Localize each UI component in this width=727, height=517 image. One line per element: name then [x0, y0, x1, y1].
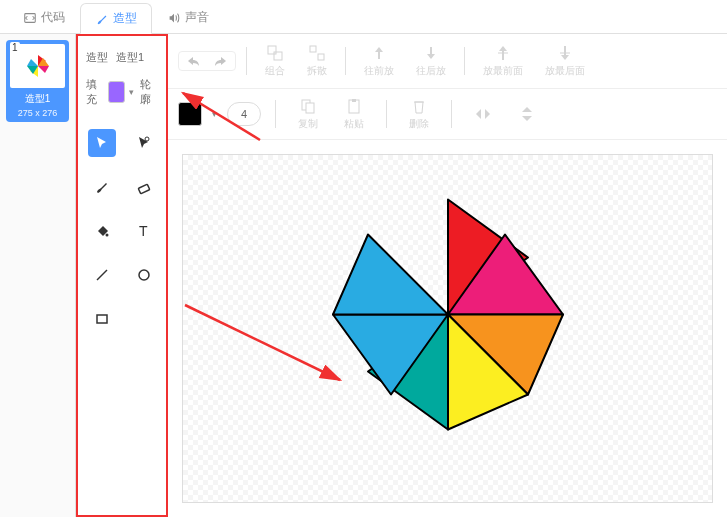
rect-tool[interactable]	[88, 305, 116, 333]
thumb-dims: 275 x 276	[8, 108, 67, 120]
svg-line-11	[97, 270, 107, 280]
eraser-tool[interactable]	[130, 173, 158, 201]
forward-button[interactable]: 往前放	[356, 42, 402, 80]
svg-rect-27	[352, 99, 356, 102]
tab-label: 声音	[185, 9, 209, 26]
ungroup-button[interactable]: 拆散	[299, 42, 335, 80]
undo-redo-group	[178, 51, 236, 71]
line-tool[interactable]	[88, 261, 116, 289]
svg-rect-8	[138, 184, 150, 194]
svg-marker-5	[27, 59, 38, 66]
delete-button[interactable]: 删除	[401, 95, 437, 133]
svg-rect-16	[310, 46, 316, 52]
toolbar-second: ▾ 4 复制 粘贴 删除	[168, 89, 727, 140]
drawing-canvas[interactable]	[182, 154, 713, 503]
undo-button[interactable]	[185, 54, 203, 68]
outline-label: 轮廓	[140, 77, 158, 107]
svg-text:T: T	[139, 223, 148, 239]
thumb-name: 造型1	[8, 90, 67, 108]
svg-rect-15	[274, 52, 282, 60]
back-button[interactable]: 放最后面	[537, 42, 593, 80]
pinwheel-artwork	[303, 169, 593, 459]
svg-rect-17	[318, 54, 324, 60]
select-tool[interactable]	[88, 129, 116, 157]
svg-point-7	[145, 137, 149, 141]
chevron-down-icon: ▾	[129, 87, 134, 97]
toolbar-top: 组合 拆散 往前放 往后放 放最前面 放最后面	[168, 34, 727, 89]
svg-rect-25	[306, 103, 314, 113]
svg-rect-14	[268, 46, 276, 54]
costume-thumbnail[interactable]: 1 造型1 275 x 276	[6, 40, 69, 122]
tab-code[interactable]: 代码	[8, 2, 80, 33]
thumb-number: 1	[10, 42, 20, 53]
tab-sound[interactable]: 声音	[152, 2, 224, 33]
backward-button[interactable]: 往后放	[408, 42, 454, 80]
tab-costume[interactable]: 造型	[80, 3, 152, 34]
circle-tool[interactable]	[130, 261, 158, 289]
svg-point-12	[139, 270, 149, 280]
costume-label: 造型	[86, 50, 108, 65]
svg-point-9	[106, 234, 109, 237]
copy-button[interactable]: 复制	[290, 95, 326, 133]
sound-icon	[167, 11, 181, 25]
svg-marker-6	[38, 66, 49, 73]
brush-icon	[95, 12, 109, 26]
group-button[interactable]: 组合	[257, 42, 293, 80]
brush-tool[interactable]	[88, 173, 116, 201]
paste-button[interactable]: 粘贴	[336, 95, 372, 133]
fill-swatch[interactable]	[108, 81, 126, 103]
code-icon	[23, 11, 37, 25]
outline-width[interactable]: 4	[227, 102, 261, 126]
svg-rect-13	[97, 315, 107, 323]
fill-label: 填充	[86, 77, 104, 107]
main-tabs: 代码 造型 声音	[0, 0, 727, 34]
outline-swatch[interactable]	[178, 102, 202, 126]
chevron-down-icon: ▾	[212, 109, 217, 119]
tab-label: 代码	[41, 9, 65, 26]
text-tool[interactable]: T	[130, 217, 158, 245]
reshape-tool[interactable]	[130, 129, 158, 157]
costume-name: 造型1	[116, 50, 144, 65]
tools-panel: 造型 造型1 填充 ▾ 轮廓 T	[76, 34, 168, 517]
costume-list: 1 造型1 275 x 276	[0, 34, 76, 517]
redo-button[interactable]	[211, 54, 229, 68]
fill-tool[interactable]	[88, 217, 116, 245]
tab-label: 造型	[113, 10, 137, 27]
flip-h-button[interactable]	[466, 103, 500, 125]
front-button[interactable]: 放最前面	[475, 42, 531, 80]
flip-v-button[interactable]	[510, 103, 544, 125]
